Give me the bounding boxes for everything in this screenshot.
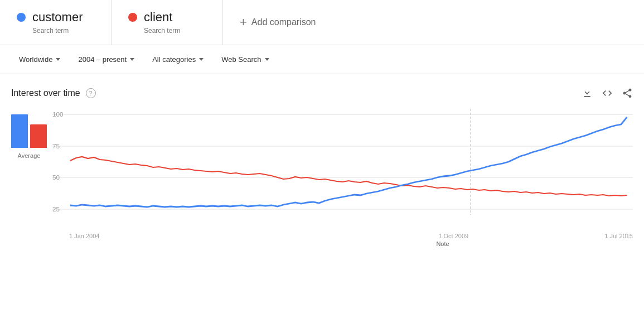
legend-title-customer: customer: [17, 10, 94, 25]
legend-title-client: client: [128, 10, 206, 25]
x-label-2015: 1 Jul 2015: [604, 233, 633, 239]
legend-item-customer: customer Search term: [0, 0, 112, 45]
x-label-2009: 1 Oct 2009: [438, 233, 468, 239]
note-label: Note: [436, 240, 449, 247]
category-label: All categories: [152, 55, 196, 64]
category-filter[interactable]: All categories: [144, 51, 211, 68]
add-comparison-area[interactable]: + Add comparison: [223, 0, 644, 45]
chart-section: Interest over time ? Average: [0, 74, 644, 256]
svg-text:75: 75: [52, 143, 60, 150]
client-trend-line: [70, 157, 627, 196]
svg-text:25: 25: [52, 206, 60, 213]
customer-dot: [17, 13, 26, 22]
region-filter[interactable]: Worldwide: [11, 51, 68, 68]
x-label-2004: 1 Jan 2004: [69, 233, 99, 239]
add-comparison-label: Add comparison: [251, 17, 316, 27]
client-dot: [128, 13, 137, 22]
legend-bar: customer Search term client Search term …: [0, 0, 644, 45]
download-icon[interactable]: [582, 88, 593, 99]
region-chevron-icon: [56, 58, 60, 61]
help-icon[interactable]: ?: [86, 88, 96, 98]
svg-text:50: 50: [52, 174, 60, 181]
client-label: client: [144, 10, 172, 25]
embed-icon[interactable]: [602, 88, 613, 99]
chart-container: Average 100 75 50 25: [11, 103, 633, 256]
chart-left: Average: [11, 103, 47, 176]
timerange-chevron-icon: [130, 58, 134, 61]
client-subtitle: Search term: [144, 27, 206, 35]
average-bars: [11, 103, 47, 148]
timerange-label: 2004 – present: [78, 55, 127, 64]
searchtype-label: Web Search: [221, 55, 261, 64]
region-label: Worldwide: [19, 55, 52, 64]
filter-bar: Worldwide 2004 – present All categories …: [0, 45, 644, 74]
chart-actions: [582, 88, 633, 99]
share-icon[interactable]: [622, 88, 633, 99]
searchtype-chevron-icon: [265, 58, 269, 61]
x-axis-labels: 1 Jan 2004 1 Oct 2009 1 Jul 2015: [52, 232, 633, 239]
chart-main: 100 75 50 25 1 Jan 2004 1 Oct 2009 1 Jul…: [52, 103, 633, 250]
customer-label: customer: [32, 10, 83, 25]
svg-text:100: 100: [52, 111, 63, 118]
chart-title: Interest over time: [11, 88, 80, 98]
customer-subtitle: Search term: [32, 27, 94, 35]
chart-title-area: Interest over time ?: [11, 88, 96, 98]
add-comparison-button[interactable]: + Add comparison: [240, 15, 316, 30]
customer-avg-bar: [11, 114, 28, 148]
plus-icon: +: [240, 15, 247, 30]
searchtype-filter[interactable]: Web Search: [214, 51, 277, 68]
chart-header: Interest over time ?: [11, 80, 633, 101]
average-label: Average: [18, 152, 41, 159]
trend-chart-svg: 100 75 50 25: [52, 103, 633, 232]
legend-item-client: client Search term: [112, 0, 223, 45]
timerange-filter[interactable]: 2004 – present: [70, 51, 142, 68]
client-avg-bar: [30, 124, 47, 148]
category-chevron-icon: [199, 58, 204, 61]
note-area: Note: [52, 240, 633, 250]
